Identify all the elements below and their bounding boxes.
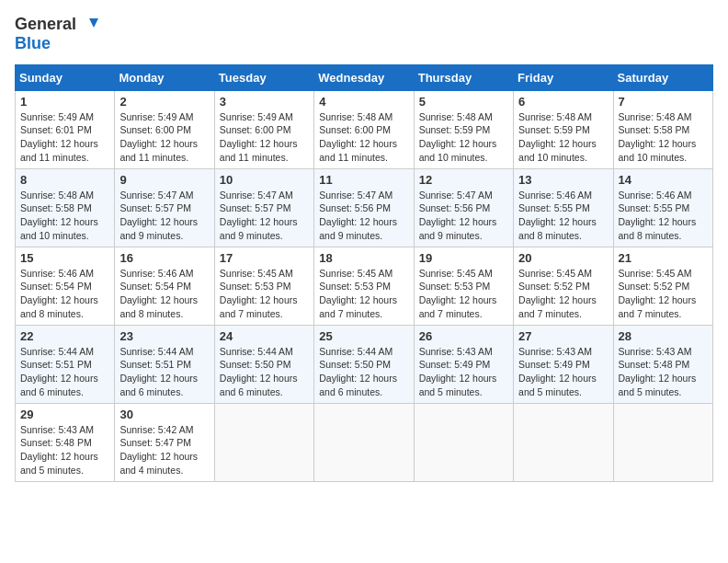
day-number: 20 xyxy=(518,251,608,265)
logo-blue: Blue xyxy=(15,35,51,53)
cell-content: Sunrise: 5:47 AM Sunset: 5:56 PM Dayligh… xyxy=(419,190,497,241)
calendar-cell: 30 Sunrise: 5:42 AM Sunset: 5:47 PM Dayl… xyxy=(115,403,214,481)
day-number: 1 xyxy=(20,95,109,109)
calendar-cell: 26 Sunrise: 5:43 AM Sunset: 5:49 PM Dayl… xyxy=(414,325,513,403)
cell-content: Sunrise: 5:43 AM Sunset: 5:49 PM Dayligh… xyxy=(419,346,497,397)
calendar-cell: 15 Sunrise: 5:46 AM Sunset: 5:54 PM Dayl… xyxy=(16,247,115,325)
day-number: 11 xyxy=(319,173,408,187)
calendar-cell: 29 Sunrise: 5:43 AM Sunset: 5:48 PM Dayl… xyxy=(16,403,115,481)
week-row-4: 22 Sunrise: 5:44 AM Sunset: 5:51 PM Dayl… xyxy=(16,325,713,403)
column-header-tuesday: Tuesday xyxy=(214,64,313,90)
day-number: 5 xyxy=(419,95,508,109)
day-number: 28 xyxy=(619,329,708,343)
calendar-cell xyxy=(514,403,613,481)
calendar-cell: 2 Sunrise: 5:49 AM Sunset: 6:00 PM Dayli… xyxy=(115,90,214,168)
calendar-cell: 22 Sunrise: 5:44 AM Sunset: 5:51 PM Dayl… xyxy=(16,325,115,403)
calendar-cell xyxy=(414,403,513,481)
day-number: 14 xyxy=(619,173,708,187)
logo-general: General xyxy=(15,16,76,34)
cell-content: Sunrise: 5:46 AM Sunset: 5:55 PM Dayligh… xyxy=(619,190,697,241)
cell-content: Sunrise: 5:49 AM Sunset: 6:01 PM Dayligh… xyxy=(20,111,98,163)
calendar-cell: 23 Sunrise: 5:44 AM Sunset: 5:51 PM Dayl… xyxy=(115,325,214,403)
calendar-cell: 7 Sunrise: 5:48 AM Sunset: 5:58 PM Dayli… xyxy=(613,90,712,168)
day-number: 8 xyxy=(20,173,109,187)
week-row-5: 29 Sunrise: 5:43 AM Sunset: 5:48 PM Dayl… xyxy=(16,403,713,481)
calendar-cell xyxy=(214,403,313,481)
day-number: 26 xyxy=(419,329,508,343)
cell-content: Sunrise: 5:45 AM Sunset: 5:53 PM Dayligh… xyxy=(319,268,397,319)
cell-content: Sunrise: 5:45 AM Sunset: 5:52 PM Dayligh… xyxy=(518,268,597,319)
day-number: 24 xyxy=(220,329,309,343)
column-header-wednesday: Wednesday xyxy=(314,64,414,90)
cell-content: Sunrise: 5:49 AM Sunset: 6:00 PM Dayligh… xyxy=(220,111,298,163)
cell-content: Sunrise: 5:44 AM Sunset: 5:50 PM Dayligh… xyxy=(319,346,397,397)
logo: General Blue xyxy=(15,15,98,53)
calendar-cell: 10 Sunrise: 5:47 AM Sunset: 5:57 PM Dayl… xyxy=(214,168,313,247)
cell-content: Sunrise: 5:48 AM Sunset: 5:58 PM Dayligh… xyxy=(20,190,98,241)
cell-content: Sunrise: 5:46 AM Sunset: 5:54 PM Dayligh… xyxy=(119,268,198,319)
day-number: 25 xyxy=(319,329,408,343)
column-header-monday: Monday xyxy=(115,64,214,90)
cell-content: Sunrise: 5:43 AM Sunset: 5:48 PM Dayligh… xyxy=(20,424,98,476)
calendar-cell: 16 Sunrise: 5:46 AM Sunset: 5:54 PM Dayl… xyxy=(115,247,214,325)
calendar-cell: 12 Sunrise: 5:47 AM Sunset: 5:56 PM Dayl… xyxy=(414,168,513,247)
calendar-cell: 1 Sunrise: 5:49 AM Sunset: 6:01 PM Dayli… xyxy=(16,90,115,168)
calendar-cell: 4 Sunrise: 5:48 AM Sunset: 6:00 PM Dayli… xyxy=(314,90,414,168)
cell-content: Sunrise: 5:48 AM Sunset: 6:00 PM Dayligh… xyxy=(319,111,397,163)
calendar-cell: 25 Sunrise: 5:44 AM Sunset: 5:50 PM Dayl… xyxy=(314,325,414,403)
calendar-cell: 21 Sunrise: 5:45 AM Sunset: 5:52 PM Dayl… xyxy=(613,247,712,325)
cell-content: Sunrise: 5:47 AM Sunset: 5:56 PM Dayligh… xyxy=(319,190,397,241)
cell-content: Sunrise: 5:48 AM Sunset: 5:59 PM Dayligh… xyxy=(518,111,597,163)
cell-content: Sunrise: 5:42 AM Sunset: 5:47 PM Dayligh… xyxy=(119,424,198,476)
cell-content: Sunrise: 5:49 AM Sunset: 6:00 PM Dayligh… xyxy=(119,111,198,163)
day-number: 16 xyxy=(119,251,209,265)
calendar-cell: 11 Sunrise: 5:47 AM Sunset: 5:56 PM Dayl… xyxy=(314,168,414,247)
day-number: 12 xyxy=(419,173,508,187)
day-number: 13 xyxy=(518,173,608,187)
cell-content: Sunrise: 5:44 AM Sunset: 5:50 PM Dayligh… xyxy=(220,346,298,397)
header: General Blue xyxy=(15,15,713,53)
calendar-cell xyxy=(314,403,414,481)
column-header-friday: Friday xyxy=(514,64,613,90)
day-number: 17 xyxy=(220,251,309,265)
cell-content: Sunrise: 5:43 AM Sunset: 5:49 PM Dayligh… xyxy=(518,346,597,397)
cell-content: Sunrise: 5:45 AM Sunset: 5:52 PM Dayligh… xyxy=(619,268,697,319)
calendar-cell: 18 Sunrise: 5:45 AM Sunset: 5:53 PM Dayl… xyxy=(314,247,414,325)
cell-content: Sunrise: 5:44 AM Sunset: 5:51 PM Dayligh… xyxy=(20,346,98,397)
cell-content: Sunrise: 5:44 AM Sunset: 5:51 PM Dayligh… xyxy=(119,346,198,397)
cell-content: Sunrise: 5:43 AM Sunset: 5:48 PM Dayligh… xyxy=(619,346,697,397)
day-number: 21 xyxy=(619,251,708,265)
calendar-cell: 24 Sunrise: 5:44 AM Sunset: 5:50 PM Dayl… xyxy=(214,325,313,403)
calendar-cell: 20 Sunrise: 5:45 AM Sunset: 5:52 PM Dayl… xyxy=(514,247,613,325)
calendar-cell: 28 Sunrise: 5:43 AM Sunset: 5:48 PM Dayl… xyxy=(613,325,712,403)
day-number: 10 xyxy=(220,173,309,187)
day-number: 3 xyxy=(220,95,309,109)
day-number: 23 xyxy=(119,329,209,343)
column-header-thursday: Thursday xyxy=(414,64,513,90)
day-number: 2 xyxy=(119,95,209,109)
cell-content: Sunrise: 5:45 AM Sunset: 5:53 PM Dayligh… xyxy=(220,268,298,319)
calendar-cell: 19 Sunrise: 5:45 AM Sunset: 5:53 PM Dayl… xyxy=(414,247,513,325)
column-header-saturday: Saturday xyxy=(613,64,712,90)
calendar-cell: 13 Sunrise: 5:46 AM Sunset: 5:55 PM Dayl… xyxy=(514,168,613,247)
calendar-table: SundayMondayTuesdayWednesdayThursdayFrid… xyxy=(15,64,713,482)
calendar-cell: 6 Sunrise: 5:48 AM Sunset: 5:59 PM Dayli… xyxy=(514,90,613,168)
day-number: 6 xyxy=(518,95,608,109)
calendar-cell: 27 Sunrise: 5:43 AM Sunset: 5:49 PM Dayl… xyxy=(514,325,613,403)
calendar-cell: 3 Sunrise: 5:49 AM Sunset: 6:00 PM Dayli… xyxy=(214,90,313,168)
calendar-cell: 17 Sunrise: 5:45 AM Sunset: 5:53 PM Dayl… xyxy=(214,247,313,325)
week-row-2: 8 Sunrise: 5:48 AM Sunset: 5:58 PM Dayli… xyxy=(16,168,713,247)
svg-marker-0 xyxy=(89,18,98,28)
cell-content: Sunrise: 5:48 AM Sunset: 5:58 PM Dayligh… xyxy=(619,111,697,163)
calendar-cell xyxy=(613,403,712,481)
cell-content: Sunrise: 5:46 AM Sunset: 5:54 PM Dayligh… xyxy=(20,268,98,319)
cell-content: Sunrise: 5:48 AM Sunset: 5:59 PM Dayligh… xyxy=(419,111,497,163)
calendar-cell: 5 Sunrise: 5:48 AM Sunset: 5:59 PM Dayli… xyxy=(414,90,513,168)
day-number: 15 xyxy=(20,251,109,265)
cell-content: Sunrise: 5:47 AM Sunset: 5:57 PM Dayligh… xyxy=(119,190,198,241)
week-row-3: 15 Sunrise: 5:46 AM Sunset: 5:54 PM Dayl… xyxy=(16,247,713,325)
week-row-1: 1 Sunrise: 5:49 AM Sunset: 6:01 PM Dayli… xyxy=(16,90,713,168)
day-number: 18 xyxy=(319,251,408,265)
day-number: 9 xyxy=(119,173,209,187)
day-number: 19 xyxy=(419,251,508,265)
